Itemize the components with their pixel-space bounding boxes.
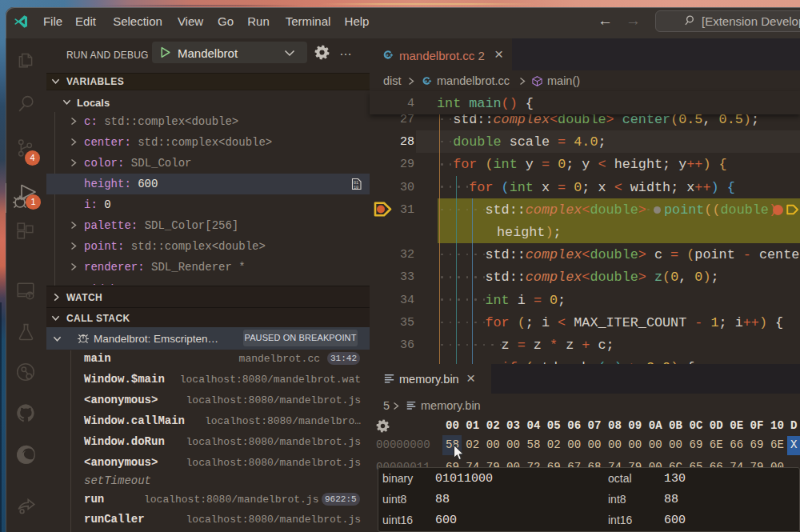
svg-text:10: 10: [354, 186, 358, 190]
